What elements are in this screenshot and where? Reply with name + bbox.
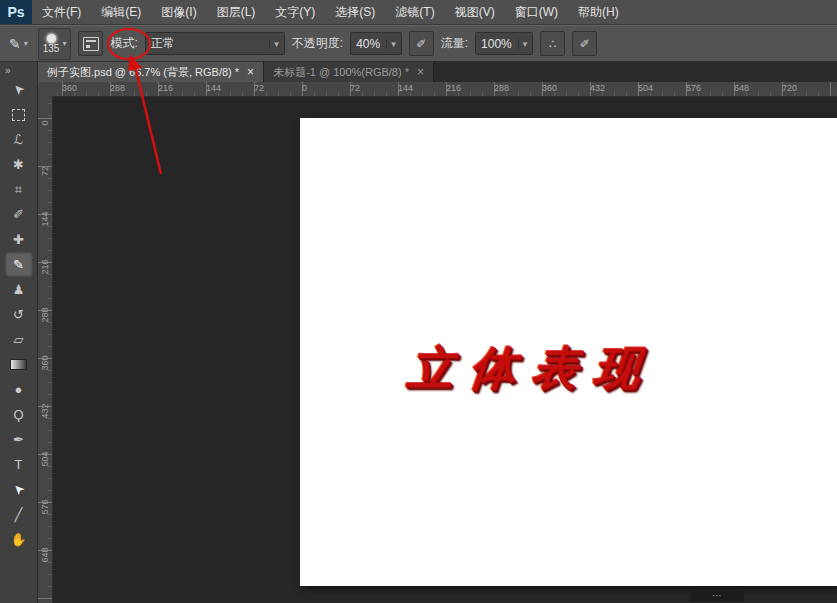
lasso-icon: ℒ bbox=[14, 132, 23, 147]
pen-pressure-icon: ✐ bbox=[580, 37, 590, 51]
eraser-icon: ▱ bbox=[14, 332, 24, 347]
chevron-down-icon: ▾ bbox=[386, 39, 396, 49]
status-bar-fragment: ⋯ bbox=[690, 589, 744, 602]
vertical-ruler[interactable]: 0 72 144 216 288 360 432 504 576 648 bbox=[38, 96, 53, 603]
canvas-workspace: 立体表现 bbox=[52, 96, 837, 603]
pressure-opacity-button[interactable]: ✐ bbox=[409, 31, 434, 56]
clone-stamp-tool[interactable]: ♟ bbox=[5, 277, 33, 302]
quick-selection-icon: ✱ bbox=[13, 157, 24, 172]
move-tool[interactable]: ➤ bbox=[5, 77, 33, 102]
mode-value: 正常 bbox=[151, 35, 175, 52]
artwork-text: 立体表现 bbox=[405, 338, 660, 400]
ruler-tick-label: 72 bbox=[254, 83, 264, 93]
menu-image[interactable]: 图像(I) bbox=[151, 0, 206, 24]
tab-document-1[interactable]: 例子实图.psd @ 66.7% (背景, RGB/8) * × bbox=[38, 62, 264, 82]
hand-icon: ✋ bbox=[10, 532, 26, 547]
ruler-tick-label: 72 bbox=[350, 83, 360, 93]
tools-panel: » ➤ ℒ ✱ ⌗ ✐ ✚ ✎ ♟ ↺ ▱ ● Ϙ ✒ T ➤ ╱ ✋ bbox=[0, 62, 38, 603]
flow-value: 100% bbox=[481, 37, 512, 51]
ruler-tick-label: 432 bbox=[40, 401, 50, 421]
pen-icon: ✒ bbox=[13, 432, 24, 447]
horizontal-ruler[interactable]: 360 288 216 144 72 0 72 144 216 288 360 … bbox=[52, 82, 837, 97]
rectangular-marquee-tool[interactable] bbox=[5, 102, 33, 127]
flow-dropdown[interactable]: 100% ▾ bbox=[475, 32, 533, 55]
gradient-tool[interactable] bbox=[5, 352, 33, 377]
eyedropper-tool[interactable]: ✐ bbox=[5, 202, 33, 227]
eraser-tool[interactable]: ▱ bbox=[5, 327, 33, 352]
path-selection-tool[interactable]: ➤ bbox=[5, 477, 33, 502]
brush-tip-icon bbox=[47, 34, 56, 43]
flow-label: 流量: bbox=[441, 35, 468, 52]
opacity-label: 不透明度: bbox=[292, 35, 343, 52]
ruler-tick-label: 360 bbox=[62, 83, 77, 93]
tab-document-2[interactable]: 未标题-1 @ 100%(RGB/8) * × bbox=[264, 62, 434, 82]
pen-tool[interactable]: ✒ bbox=[5, 427, 33, 452]
tool-preset-picker[interactable]: ✎ ▾ bbox=[6, 36, 31, 52]
lasso-tool[interactable]: ℒ bbox=[5, 127, 33, 152]
menu-view[interactable]: 视图(V) bbox=[445, 0, 505, 24]
chevron-down-icon: ▾ bbox=[62, 39, 66, 48]
brush-tool[interactable]: ✎ bbox=[5, 252, 33, 277]
line-icon: ╱ bbox=[15, 507, 23, 522]
menu-bar: Ps 文件(F) 编辑(E) 图像(I) 图层(L) 文字(Y) 选择(S) 滤… bbox=[0, 0, 837, 25]
blur-drop-icon: ● bbox=[15, 382, 23, 397]
ruler-tick-label: 144 bbox=[206, 83, 221, 93]
menu-help[interactable]: 帮助(H) bbox=[568, 0, 629, 24]
menu-type[interactable]: 文字(Y) bbox=[265, 0, 325, 24]
chevron-down-icon: ▾ bbox=[518, 39, 528, 49]
eyedropper-icon: ✐ bbox=[13, 207, 24, 222]
menu-file[interactable]: 文件(F) bbox=[32, 0, 91, 24]
path-selection-icon: ➤ bbox=[9, 480, 27, 498]
hand-tool[interactable]: ✋ bbox=[5, 527, 33, 552]
chevron-down-icon: ▾ bbox=[269, 39, 279, 49]
healing-brush-icon: ✚ bbox=[13, 232, 24, 247]
brush-size-value: 135 bbox=[43, 43, 60, 54]
blur-tool[interactable]: ● bbox=[5, 377, 33, 402]
brush-tool-icon: ✎ bbox=[9, 36, 21, 52]
document-canvas[interactable]: 立体表现 bbox=[300, 118, 837, 586]
line-tool[interactable]: ╱ bbox=[5, 502, 33, 527]
menu-select[interactable]: 选择(S) bbox=[325, 0, 385, 24]
close-icon[interactable]: × bbox=[417, 65, 424, 79]
ruler-tick-label: 648 bbox=[734, 83, 749, 93]
opacity-dropdown[interactable]: 40% ▾ bbox=[350, 32, 402, 55]
ruler-tick-label: 0 bbox=[40, 113, 50, 133]
ruler-tick-label: 432 bbox=[590, 83, 605, 93]
ruler-tick-label: 0 bbox=[302, 83, 307, 93]
mode-dropdown[interactable]: 正常 ▾ bbox=[145, 32, 285, 55]
airbrush-button[interactable]: ∴ bbox=[540, 31, 565, 56]
ruler-tick-label: 216 bbox=[446, 83, 461, 93]
history-brush-tool[interactable]: ↺ bbox=[5, 302, 33, 327]
menu-layer[interactable]: 图层(L) bbox=[207, 0, 266, 24]
type-icon: T bbox=[15, 457, 23, 472]
opacity-value: 40% bbox=[356, 37, 380, 51]
airbrush-icon: ∴ bbox=[549, 37, 557, 51]
ruler-tick-label: 360 bbox=[542, 83, 557, 93]
brush-icon: ✎ bbox=[13, 257, 24, 272]
dodge-tool[interactable]: Ϙ bbox=[5, 402, 33, 427]
ruler-tick-label: 720 bbox=[782, 83, 797, 93]
collapse-panel-button[interactable]: » bbox=[0, 64, 11, 77]
ruler-tick-label: 144 bbox=[398, 83, 413, 93]
menu-filter[interactable]: 滤镜(T) bbox=[385, 0, 444, 24]
ruler-tick-label: 288 bbox=[494, 83, 509, 93]
tab-label: 未标题-1 @ 100%(RGB/8) * bbox=[273, 65, 409, 80]
crop-tool[interactable]: ⌗ bbox=[5, 177, 33, 202]
ruler-tick-label: 288 bbox=[110, 83, 125, 93]
dodge-icon: Ϙ bbox=[13, 407, 23, 422]
ruler-origin-corner[interactable] bbox=[38, 82, 53, 97]
close-icon[interactable]: × bbox=[247, 65, 254, 79]
brush-preset-picker[interactable]: 135 ▾ bbox=[38, 28, 72, 60]
pressure-size-button[interactable]: ✐ bbox=[572, 31, 597, 56]
menu-edit[interactable]: 编辑(E) bbox=[91, 0, 151, 24]
spot-healing-brush-tool[interactable]: ✚ bbox=[5, 227, 33, 252]
ruler-tick-label: 144 bbox=[40, 209, 50, 229]
chevron-down-icon: ▾ bbox=[24, 39, 28, 48]
type-tool[interactable]: T bbox=[5, 452, 33, 477]
menu-window[interactable]: 窗口(W) bbox=[505, 0, 568, 24]
quick-selection-tool[interactable]: ✱ bbox=[5, 152, 33, 177]
crop-icon: ⌗ bbox=[15, 182, 22, 198]
ruler-tick-label: 216 bbox=[158, 83, 173, 93]
move-tool-icon: ➤ bbox=[9, 80, 27, 98]
toggle-brush-panel-button[interactable] bbox=[78, 31, 103, 56]
